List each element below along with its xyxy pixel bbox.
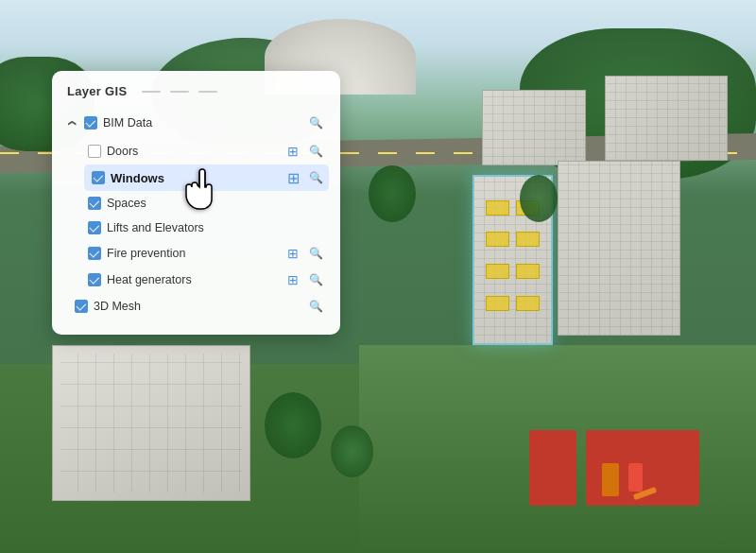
tree-cluster-1 xyxy=(369,165,416,222)
yellow-window-3 xyxy=(486,232,509,247)
table-icon-fire-prevention[interactable] xyxy=(284,244,302,263)
layer-item-windows[interactable]: Windows ⊞ 🔍 xyxy=(84,164,329,191)
yellow-window-7 xyxy=(486,296,509,311)
layer-icons-3d-mesh: 🔍 xyxy=(306,297,325,316)
yellow-window-1 xyxy=(486,200,509,216)
table-icon-doors[interactable] xyxy=(284,142,302,161)
building-main-left-windows xyxy=(60,354,242,493)
checkbox-fire-prevention[interactable] xyxy=(88,247,101,260)
checkbox-windows[interactable] xyxy=(92,171,105,184)
layer-item-doors[interactable]: Doors 🔍 xyxy=(67,138,325,164)
tree-cluster-3 xyxy=(265,392,321,458)
checkbox-bim-data[interactable] xyxy=(84,116,97,130)
panel-decorators xyxy=(142,90,217,93)
playground-slide xyxy=(624,458,662,501)
search-icon-fire-prevention[interactable]: 🔍 xyxy=(306,244,325,263)
playground-post xyxy=(602,463,619,496)
yellow-window-4 xyxy=(516,232,540,247)
layer-item-3d-mesh[interactable]: 3D Mesh 🔍 xyxy=(67,293,325,320)
layer-item-spaces[interactable]: Spaces xyxy=(67,191,325,216)
building-right-1-windows xyxy=(606,77,727,160)
checkbox-spaces[interactable] xyxy=(88,197,101,210)
layer-icons-windows: ⊞ 🔍 xyxy=(284,168,325,187)
checkbox-doors[interactable] xyxy=(88,145,101,158)
layer-label-fire-prevention: Fire prevention xyxy=(107,247,278,260)
building-right-mid xyxy=(558,161,680,336)
search-icon-3d-mesh[interactable]: 🔍 xyxy=(306,297,325,316)
layer-icons-bim-data: 🔍 xyxy=(306,113,325,132)
layer-item-fire-prevention[interactable]: Fire prevention 🔍 xyxy=(67,240,325,267)
decorator-line-3 xyxy=(198,91,217,93)
building-right-2-windows xyxy=(483,91,585,164)
layer-label-lifts-elevators: Lifts and Elevators xyxy=(107,221,325,234)
layer-label-3d-mesh: 3D Mesh xyxy=(94,300,301,313)
search-icon-windows[interactable]: 🔍 xyxy=(306,168,325,187)
checkbox-3d-mesh[interactable] xyxy=(75,300,88,313)
building-right-1 xyxy=(605,76,728,161)
layer-label-doors: Doors xyxy=(107,145,278,158)
search-icon-heat-generators[interactable]: 🔍 xyxy=(306,270,325,289)
yellow-window-6 xyxy=(516,264,540,279)
panel-title: Layer GIS xyxy=(67,84,127,98)
layer-label-heat-generators: Heat generators xyxy=(107,273,278,286)
search-icon-bim-data[interactable]: 🔍 xyxy=(306,113,325,132)
decorator-line-2 xyxy=(170,91,189,93)
chevron-icon[interactable]: ❮ xyxy=(67,117,78,129)
layer-label-bim-data: BIM Data xyxy=(103,116,301,130)
layer-item-lifts-elevators[interactable]: Lifts and Elevators xyxy=(67,216,325,240)
layer-gis-panel: Layer GIS ❮ BIM Data 🔍 Doors 🔍 Windows ⊞… xyxy=(52,71,340,335)
tree-cluster-4 xyxy=(331,425,373,477)
sport-court-2 xyxy=(529,430,576,506)
layer-label-windows: Windows xyxy=(111,171,278,185)
layer-item-bim-data[interactable]: ❮ BIM Data 🔍 xyxy=(67,110,325,136)
panel-header: Layer GIS xyxy=(67,84,325,98)
checkbox-lifts-elevators[interactable] xyxy=(88,221,101,234)
yellow-window-5 xyxy=(486,264,509,279)
table-icon-heat-generators[interactable] xyxy=(284,270,302,289)
building-main-left xyxy=(52,345,250,501)
building-right-2 xyxy=(482,90,586,165)
checkbox-heat-generators[interactable] xyxy=(88,273,101,286)
decorator-line-1 xyxy=(142,91,161,93)
yellow-window-8 xyxy=(516,296,540,311)
layer-icons-doors: 🔍 xyxy=(284,142,325,161)
search-icon-doors[interactable]: 🔍 xyxy=(306,142,325,161)
table-icon-windows[interactable]: ⊞ xyxy=(284,168,302,187)
building-right-mid-windows xyxy=(558,162,679,335)
layer-label-spaces: Spaces xyxy=(107,197,325,210)
layer-icons-heat-generators: 🔍 xyxy=(284,270,325,289)
layer-icons-fire-prevention: 🔍 xyxy=(284,244,325,263)
tree-cluster-2 xyxy=(520,175,558,222)
layer-item-heat-generators[interactable]: Heat generators 🔍 xyxy=(67,267,325,293)
